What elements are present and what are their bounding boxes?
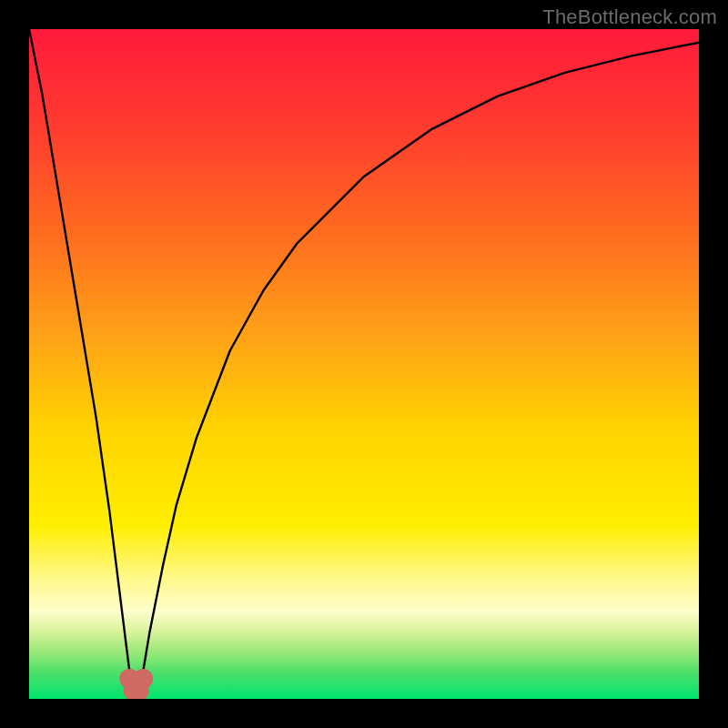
chart-frame: TheBottleneck.com: [0, 0, 728, 728]
bottleneck-curve: [29, 29, 699, 699]
plot-area: [29, 29, 699, 699]
marker-min-right: [133, 669, 153, 689]
watermark-text: TheBottleneck.com: [542, 5, 717, 29]
